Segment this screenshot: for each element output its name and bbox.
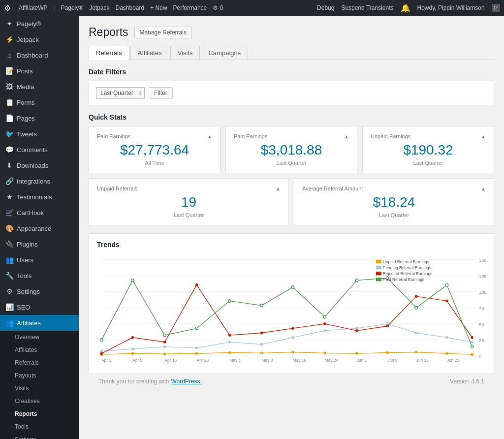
wp-logo: ⚙ [4, 3, 11, 13]
svg-point-36 [415, 351, 418, 354]
adminbar-site[interactable]: AffiliateWP [19, 4, 47, 11]
sidebar-item-seo[interactable]: 📊SEO [0, 299, 79, 315]
tools-icon: 🔧 [5, 272, 14, 280]
sidebar-item-affiliates[interactable]: 👥Affiliates [0, 315, 79, 331]
svg-rect-82 [376, 272, 381, 275]
sidebar-item-jetpack[interactable]: ⚡Jetpack [0, 31, 79, 47]
submenu-tools[interactable]: Tools [0, 420, 79, 433]
adminbar-performance[interactable]: Performance [173, 4, 207, 11]
tab-referrals[interactable]: Referrals [89, 46, 129, 60]
filter-button[interactable]: Filter [149, 87, 173, 99]
adminbar-jetpack[interactable]: Jetpack [89, 4, 109, 11]
svg-text:Unpaid Referral Earnings: Unpaid Referral Earnings [383, 259, 429, 264]
testimonials-icon: ★ [5, 193, 14, 201]
svg-point-41 [163, 345, 166, 348]
sidebar-item-plugins[interactable]: 🔌Plugins [0, 236, 79, 252]
sidebar-item-appearance[interactable]: 🎨Appearance [0, 220, 79, 236]
sidebar-item-settings[interactable]: ⚙Settings [0, 283, 79, 299]
svg-point-40 [131, 347, 134, 350]
stat-value-1: $27,773.64 [97, 142, 212, 158]
sidebar-item-tweets[interactable]: 🐦Tweets [0, 126, 79, 142]
svg-text:May 16: May 16 [293, 358, 307, 363]
svg-point-45 [291, 336, 294, 339]
stat-arrow-2[interactable]: ▲ [344, 134, 349, 139]
date-select[interactable]: Last Quarter This Month Last Month This … [96, 87, 145, 99]
svg-point-44 [260, 343, 263, 346]
svg-text:Pending Referral Earnings: Pending Referral Earnings [383, 265, 431, 270]
svg-point-72 [323, 315, 326, 318]
svg-point-28 [163, 352, 166, 355]
svg-text:Jun 8: Jun 8 [387, 358, 398, 363]
svg-point-31 [260, 352, 263, 355]
svg-text:75: 75 [479, 306, 484, 311]
svg-point-57 [260, 332, 263, 335]
footer-credit: Thank you for creating with WordPress. [98, 378, 202, 385]
sidebar-item-tools[interactable]: 🔧Tools [0, 268, 79, 283]
svg-text:Apr 1: Apr 1 [101, 358, 111, 363]
submenu-reports[interactable]: Reports [0, 408, 79, 420]
sidebar-item-downloads[interactable]: ⬇Downloads [0, 157, 79, 173]
sidebar-item-testimonials[interactable]: ★Testimonials [0, 189, 79, 205]
sidebar-item-carthook[interactable]: 🛒CartHook [0, 205, 79, 220]
stat-card-unpaid-referrals: Unpaid Referrals ▲ 19 Last Quarter [89, 178, 289, 225]
stat-period-1: All Time [97, 160, 212, 166]
sidebar-item-pages[interactable]: 📄Pages [0, 110, 79, 126]
tab-campaigns[interactable]: Campaigns [201, 46, 248, 60]
adminbar-user[interactable]: Howdy, Pippin Williamson [417, 4, 485, 11]
stat-arrow-3[interactable]: ▲ [481, 134, 486, 139]
svg-point-52 [100, 352, 103, 355]
stat-arrow-4[interactable]: ▲ [276, 186, 281, 191]
sidebar-item-dashboard[interactable]: ⌂Dashboard [0, 47, 79, 63]
stat-period-5: Last Quarter [302, 212, 486, 218]
svg-point-43 [228, 341, 231, 344]
trends-title: Trends [97, 241, 486, 249]
submenu-settings[interactable]: Settings [0, 433, 79, 439]
svg-point-65 [100, 339, 103, 342]
tab-affiliates[interactable]: Affiliates [130, 46, 169, 60]
sidebar-item-users[interactable]: 👥Users [0, 252, 79, 268]
svg-rect-78 [376, 260, 381, 263]
dashboard-icon: ⌂ [5, 51, 14, 59]
adminbar-pagely[interactable]: Pagely® [61, 4, 84, 11]
stats-grid-row2: Unpaid Referrals ▲ 19 Last Quarter Avera… [89, 178, 494, 225]
svg-point-34 [355, 352, 358, 355]
user-avatar: P [492, 4, 500, 12]
svg-rect-80 [376, 266, 381, 269]
pages-icon: 📄 [5, 114, 14, 122]
svg-point-66 [131, 279, 134, 282]
forms-icon: 📋 [5, 98, 14, 106]
adminbar-dashboard[interactable]: Dashboard [116, 4, 145, 11]
notification-icon: 🔔 [401, 3, 410, 13]
wordpress-link[interactable]: WordPress. [171, 378, 201, 385]
stat-arrow-5[interactable]: ▲ [481, 186, 486, 191]
sidebar-item-integrations[interactable]: 🔗Integrations [0, 173, 79, 189]
svg-point-38 [471, 353, 473, 356]
submenu-creatives[interactable]: Creatives [0, 395, 79, 408]
adminbar-new[interactable]: + New [150, 4, 167, 11]
submenu-affiliates[interactable]: Affiliates [0, 344, 79, 356]
adminbar-suspend[interactable]: Suspend Transients [341, 4, 393, 11]
adminbar-debug[interactable]: Debug [317, 4, 334, 11]
sidebar-item-pagely[interactable]: ✦Pagely® [0, 16, 79, 31]
svg-point-42 [195, 346, 198, 349]
stat-value-5: $18.24 [302, 194, 486, 210]
svg-text:Jun 1: Jun 1 [357, 358, 367, 363]
posts-icon: 📝 [5, 67, 14, 75]
stat-card-unpaid-last-quarter: Unpaid Earnings ▲ $190.32 Last Quarter [362, 126, 494, 173]
sidebar-item-media[interactable]: 🖼Media [0, 79, 79, 94]
submenu-referrals[interactable]: Referrals [0, 356, 79, 369]
submenu-visits[interactable]: Visits [0, 382, 79, 395]
sidebar-item-comments[interactable]: 💬Comments [0, 142, 79, 157]
manage-referrals-button[interactable]: Manage Referrals [134, 27, 192, 38]
svg-point-33 [323, 352, 326, 355]
pagely-icon: ✦ [5, 20, 14, 28]
tab-visits[interactable]: Visits [170, 46, 200, 60]
sidebar-item-posts[interactable]: 📝Posts [0, 63, 79, 79]
adminbar-count[interactable]: ⚙ 0 [213, 4, 223, 11]
stat-arrow-1[interactable]: ▲ [207, 134, 212, 139]
submenu-payouts[interactable]: Payouts [0, 369, 79, 382]
sidebar-item-forms[interactable]: 📋Forms [0, 94, 79, 110]
submenu-overview[interactable]: Overview [0, 331, 79, 344]
svg-point-32 [291, 351, 294, 354]
date-filters-title: Date Filters [89, 68, 494, 76]
